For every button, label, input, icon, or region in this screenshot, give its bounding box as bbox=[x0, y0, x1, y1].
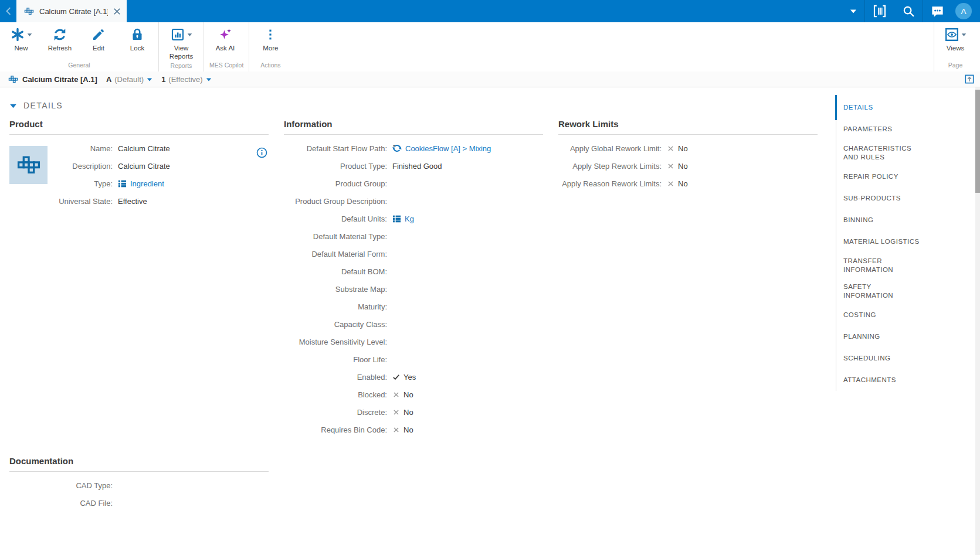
field-row-default-units: Default Units:Kg bbox=[284, 210, 543, 227]
toolbar-group-label: MES Copilot bbox=[206, 60, 247, 71]
barcode-scan-button[interactable] bbox=[865, 0, 894, 22]
field-row-default-material-type: Default Material Type: bbox=[284, 227, 543, 245]
panel-title: Product bbox=[9, 119, 269, 135]
field-value-link[interactable]: CookiesFlow [A] > Mixing bbox=[405, 144, 491, 153]
field-label: CAD Type: bbox=[9, 481, 113, 490]
product-icon bbox=[8, 74, 18, 84]
field-row-cad-file: CAD File: bbox=[9, 494, 269, 512]
close-icon bbox=[113, 8, 121, 15]
toolbar-group-general: NewRefreshEditLockGeneral bbox=[0, 22, 158, 71]
field-value: Calcium Citrate bbox=[118, 144, 170, 153]
product-panel: Product Name:Calcium CitrateDescription:… bbox=[9, 119, 269, 438]
x-icon bbox=[392, 426, 400, 434]
toolbar-group-label: Reports bbox=[161, 61, 202, 72]
details-section-toggle[interactable]: DETAILS bbox=[9, 101, 836, 110]
field-value-text: No bbox=[403, 408, 413, 417]
sidebar-item-binning[interactable]: BINNING bbox=[836, 209, 944, 231]
field-label: Floor Life: bbox=[284, 355, 387, 364]
ribbon-toolbar: NewRefreshEditLockGeneralView ReportsRep… bbox=[0, 22, 980, 71]
sidebar-item-parameters[interactable]: PARAMETERS bbox=[836, 118, 944, 140]
sidebar-item-repair-policy[interactable]: REPAIR POLICY bbox=[836, 166, 944, 188]
refresh-icon bbox=[53, 28, 67, 42]
field-value-link[interactable]: Ingredient bbox=[130, 179, 164, 188]
asterisk-icon bbox=[11, 28, 25, 42]
sidebar-item-scheduling[interactable]: SCHEDULING bbox=[836, 348, 944, 369]
toolbar-group-label: General bbox=[2, 60, 157, 71]
more-button[interactable]: More bbox=[251, 22, 290, 60]
sidebar-item-material-logistics[interactable]: MATERIAL LOGISTICS bbox=[836, 231, 944, 253]
topbar-dropdown-button[interactable] bbox=[842, 0, 864, 22]
field-value: No bbox=[667, 162, 688, 171]
view-reports-button[interactable]: View Reports bbox=[161, 22, 202, 61]
field-row-apply-step-rework-limits: Apply Step Rework Limits:No bbox=[558, 157, 818, 175]
sidebar-item-costing[interactable]: COSTING bbox=[836, 304, 944, 326]
breadcrumb: Calcium Citrate [A.1] A (Default) 1 (Eff… bbox=[0, 71, 980, 87]
new-button[interactable]: New bbox=[2, 22, 40, 60]
sidebar-item-planning[interactable]: PLANNING bbox=[836, 326, 944, 348]
main-area: DETAILS Product Name:Calcium CitrateDesc… bbox=[0, 87, 980, 555]
toolbar-button-label: View Reports bbox=[163, 45, 199, 61]
tab-calcium-citrate[interactable]: Calcium Citrate [A.1] bbox=[16, 0, 127, 22]
field-value-link[interactable]: Kg bbox=[405, 214, 414, 223]
chat-icon bbox=[931, 5, 944, 18]
field-value: CookiesFlow [A] > Mixing bbox=[392, 144, 491, 153]
sidebar-item-transfer-information[interactable]: TRANSFER INFORMATION bbox=[836, 253, 944, 278]
list-icon bbox=[118, 179, 127, 188]
messages-button[interactable] bbox=[923, 0, 952, 22]
chevron-down-icon bbox=[206, 77, 212, 81]
back-button[interactable] bbox=[0, 0, 16, 22]
search-button[interactable] bbox=[894, 0, 923, 22]
field-label: Product Type: bbox=[284, 162, 387, 171]
product-thumbnail bbox=[9, 146, 48, 184]
list-icon bbox=[392, 214, 401, 223]
version-dropdown[interactable]: A (Default) bbox=[106, 75, 152, 84]
sidebar-item-attachments[interactable]: ATTACHMENTS bbox=[836, 369, 944, 391]
sidebar-item-characteristics-and-rules[interactable]: CHARACTERISTICS AND RULES bbox=[836, 140, 944, 166]
scrollbar-thumb[interactable] bbox=[975, 90, 980, 193]
toolbar-group-page: ViewsPage bbox=[934, 22, 976, 71]
field-value: No bbox=[667, 144, 688, 153]
close-tab-button[interactable] bbox=[113, 8, 121, 15]
sidebar-item-details[interactable]: DETAILS bbox=[836, 97, 944, 118]
x-icon bbox=[667, 180, 674, 188]
lock-button[interactable]: Lock bbox=[118, 22, 157, 60]
panel-title: Rework Limits bbox=[558, 119, 818, 135]
field-value-text: No bbox=[403, 390, 413, 399]
caret-down-icon bbox=[27, 33, 32, 36]
field-row-universal-state: Universal State:Effective bbox=[9, 192, 269, 210]
product-icon bbox=[24, 6, 34, 16]
sidebar-item-safety-information[interactable]: SAFETY INFORMATION bbox=[836, 278, 944, 304]
field-label: Enabled: bbox=[284, 373, 387, 382]
flow-icon bbox=[392, 144, 402, 153]
views-button[interactable]: Views bbox=[936, 22, 975, 60]
toolbar-spacer bbox=[291, 22, 934, 71]
expand-icon bbox=[965, 74, 974, 84]
field-row-cad-type: CAD Type: bbox=[9, 476, 269, 494]
field-label: Default Material Form: bbox=[284, 250, 387, 258]
version-value: A bbox=[106, 75, 111, 84]
lock-icon bbox=[130, 28, 144, 42]
field-label: CAD File: bbox=[9, 499, 113, 508]
field-row-default-material-form: Default Material Form: bbox=[284, 245, 543, 263]
ask-ai-button[interactable]: Ask AI bbox=[206, 22, 245, 60]
field-row-apply-global-rework-limit: Apply Global Rework Limit:No bbox=[558, 139, 818, 157]
refresh-button[interactable]: Refresh bbox=[40, 22, 79, 60]
field-label: Substrate Map: bbox=[284, 285, 387, 294]
field-value: No bbox=[392, 390, 413, 399]
info-icon[interactable] bbox=[256, 147, 267, 158]
edit-button[interactable]: Edit bbox=[79, 22, 118, 60]
avatar[interactable]: A bbox=[955, 3, 972, 19]
field-value-text: No bbox=[678, 144, 688, 153]
sidebar-item-sub-products[interactable]: SUB-PRODUCTS bbox=[836, 188, 944, 209]
details-columns: Product Name:Calcium CitrateDescription:… bbox=[9, 119, 836, 438]
eye-icon bbox=[945, 28, 959, 42]
revision-dropdown[interactable]: 1 (Effective) bbox=[161, 75, 212, 84]
field-value: Ingredient bbox=[118, 179, 164, 188]
toolbar-group-actions: MoreActions bbox=[249, 22, 291, 71]
dropdown-caret-icon bbox=[850, 9, 857, 13]
topbar-actions: A bbox=[842, 0, 980, 22]
field-label: Blocked: bbox=[284, 390, 387, 399]
expand-header-button[interactable] bbox=[965, 74, 974, 84]
field-row-product-group: Product Group: bbox=[284, 175, 543, 192]
field-row-moisture-sensitivity-level: Moisture Sensitivity Level: bbox=[284, 333, 543, 350]
